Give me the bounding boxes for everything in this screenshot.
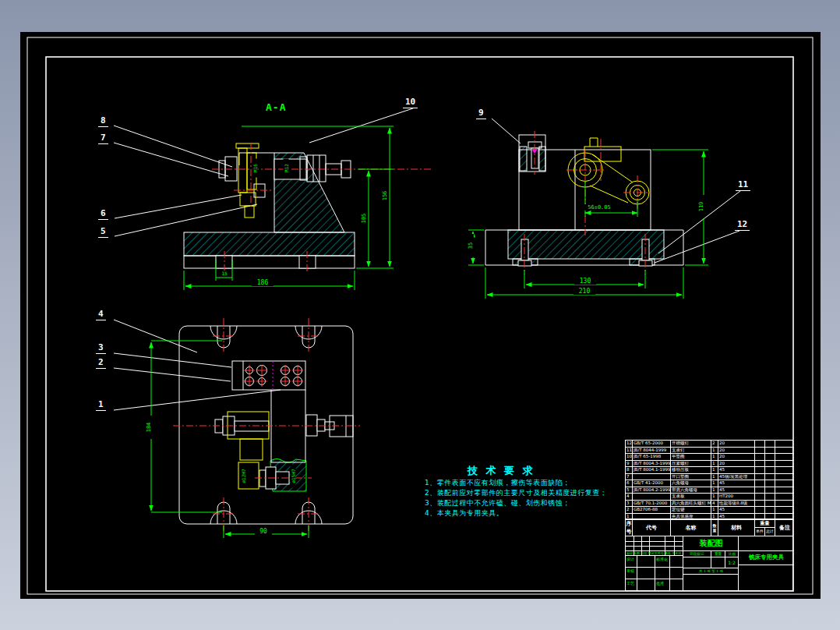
bom-cell-name: 定位键: [671, 507, 711, 514]
balloon-10: 10: [403, 97, 418, 108]
bom-cell-remark: [775, 480, 794, 487]
bom-header-code: 代号: [633, 519, 671, 536]
bom-header-name: 名称: [671, 519, 711, 536]
bom-cell-name: 开口垫圈: [671, 474, 711, 481]
bom-cell-qty: 1: [711, 461, 718, 468]
bom-cell-unit: [755, 441, 765, 448]
balloon-4: 4: [96, 309, 106, 320]
dim-plate-height: 184: [146, 416, 152, 439]
bom-cell-code: GB2706-88: [633, 507, 671, 514]
bom-cell-no: 4: [626, 494, 633, 501]
bom-header-weight: 重量: [755, 519, 775, 528]
fit-callout-plan-left: ⌀12H7: [241, 465, 246, 488]
bom-cell-code: GB/T 70.1-2000: [633, 501, 671, 508]
stage-label: 阶段标记: [683, 550, 711, 557]
bom-cell-code: GB/T 41-2000: [633, 480, 671, 487]
dim-base-total-width: 210: [574, 288, 595, 295]
weight-label: 重量: [711, 550, 725, 557]
bom-cell-name: 移动压板: [671, 467, 711, 474]
dim-center-distance: 56±0.05: [581, 204, 618, 211]
balloon-1: 1: [96, 399, 106, 411]
bom-cell-no: 7: [626, 474, 633, 481]
bom-cell-remark: [775, 448, 794, 455]
bom-cell-unit: [755, 474, 765, 481]
bom-cell-code: [633, 494, 671, 501]
bom-cell-no: 8: [626, 467, 633, 474]
bom-header-unit: 单件: [755, 528, 765, 536]
bom-cell-qty: 1: [711, 480, 718, 487]
dim-inner-height: 105: [361, 207, 367, 230]
tech-requirement-4: 4、本夹具为专用夹具。: [425, 508, 503, 519]
bom-cell-code: JB/T 8044-1999: [633, 448, 671, 455]
bom-cell-code: JB/T 65-1998: [633, 454, 671, 461]
bom-cell-remark: [775, 507, 794, 514]
dim-base-height: 35: [468, 234, 474, 257]
bom-cell-unit: [755, 494, 765, 501]
bom-cell-qty: 1: [711, 448, 718, 455]
bom-cell-remark: [775, 501, 794, 508]
title-block-middle-pane: 装配图 阶段标记 重量 比例 1:2 共 1 张 第 1 张: [683, 536, 739, 591]
bom-cell-name: 支承钉: [671, 448, 711, 455]
bom-cell-mat: 20: [718, 441, 755, 448]
bom-cell-qty: 1: [711, 454, 718, 461]
section-label: A-A: [266, 101, 286, 113]
bom-cell-qty: 1: [711, 474, 718, 481]
fit-callout-left: M16: [252, 159, 258, 178]
fit-callout-right: M12: [284, 159, 289, 178]
bom-header-no: 序号: [626, 519, 633, 536]
bom-header-total: 总计: [765, 528, 775, 536]
bom-cell-name: 内六角圆柱头螺钉 M10×25: [671, 501, 711, 508]
bom-cell-qty: 2: [711, 441, 718, 448]
tech-requirement-3: 3、装配过程中不允许磕、碰、划伤和锈蚀；: [425, 498, 570, 508]
sheet-info: 共 1 张 第 1 张: [683, 568, 739, 574]
bom-cell-name: 平垫圈: [671, 454, 711, 461]
sign-design-label: 设计: [626, 557, 634, 561]
bom-cell-code: JB/T 8004.1-1999: [633, 467, 671, 474]
bom-cell-no: 2: [626, 507, 633, 514]
bom-cell-total: [765, 480, 775, 487]
bom-cell-unit: [755, 501, 765, 508]
bom-cell-no: 12: [626, 441, 633, 448]
tech-requirement-2: 2、装配前应对零部件的主要尺寸及相关精度进行复查；: [425, 488, 607, 498]
balloon-6: 6: [98, 208, 108, 220]
bom-cell-no: 10: [626, 454, 633, 461]
bom-cell-total: [765, 494, 775, 501]
balloon-7: 7: [98, 133, 108, 144]
bom-cell-mat: 性能等级8.8级: [718, 501, 755, 508]
bom-cell-remark: [775, 441, 794, 448]
bom-cell-unit: [755, 454, 765, 461]
balloon-5: 5: [98, 226, 108, 238]
balloon-12: 12: [735, 219, 750, 231]
bom-cell-mat: 45: [718, 507, 755, 514]
bom-cell-code: GB/T 65-2000: [633, 441, 671, 448]
bom-cell-code: [633, 474, 671, 481]
bom-cell-unit: [755, 480, 765, 487]
bom-cell-code: JB/T 8004.2-1999: [633, 487, 671, 494]
bom-cell-remark: [775, 487, 794, 494]
dim-side-height: 119: [698, 195, 704, 218]
scale-label: 比例: [725, 550, 739, 557]
bom-cell-name: 开槽螺钉: [671, 441, 711, 448]
bom-cell-total: [765, 441, 775, 448]
bom-rows: 12GB/T 65-2000开槽螺钉22011JB/T 8044-1999支承钉…: [625, 440, 793, 519]
bom-header-weight-block: 重量 单件 总计: [755, 519, 775, 536]
bom-cell-total: [765, 467, 775, 474]
tech-requirements-title: 技 术 要 求: [468, 464, 535, 478]
bom-cell-unit: [755, 507, 765, 514]
bom-cell-unit: [755, 448, 765, 455]
tech-requirement-1: 1、零件表面不应有划痕，擦伤等表面缺陷；: [425, 478, 570, 488]
bom-cell-total: [765, 487, 775, 494]
dim-slot-span: 90: [255, 528, 272, 535]
bom-cell-mat: 45钢/发黑处理: [718, 474, 755, 481]
cad-viewer-page: { "canvas": {"bg_top": "#8a95ac", "bg_bo…: [0, 0, 840, 630]
bom-header-remark: 备注: [775, 519, 794, 536]
bom-cell-no: 3: [626, 501, 633, 508]
bom-cell-no: 9: [626, 461, 633, 468]
bom-cell-mat: 45: [718, 480, 755, 487]
bom-cell-qty: 1: [711, 494, 718, 501]
bom-cell-unit: [755, 467, 765, 474]
title-block: 标记 处数 分区 更改文件号 签名 年月日 设计 标准化 审核 工艺 批准 装配…: [625, 536, 793, 591]
fixture-name: 铣床专用夹具: [739, 550, 794, 565]
sign-review-label: 审核: [626, 568, 634, 573]
balloon-9: 9: [476, 108, 486, 119]
